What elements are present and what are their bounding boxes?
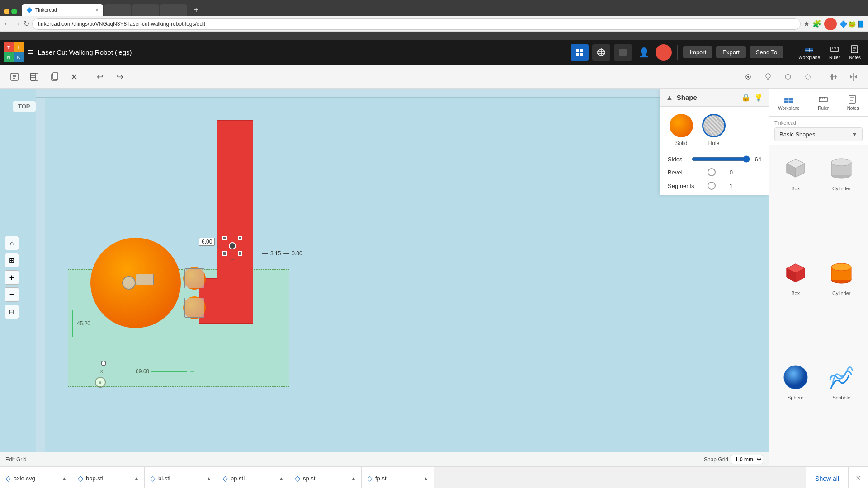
canvas-area[interactable]: TOP ⌂ ⊞ + − ⊟ (0, 89, 769, 466)
tinkercad-logo[interactable]: T I N K (4, 42, 24, 62)
group-btn[interactable] (739, 68, 757, 86)
selected-shape[interactable]: ↔ ↕ (224, 238, 241, 254)
file-arrow-5[interactable]: ▲ (351, 476, 356, 481)
shape-lock-icon[interactable]: 🔒 (741, 93, 750, 102)
file-icon-5: ◇ (295, 474, 300, 483)
export-btn[interactable]: Export (716, 46, 746, 58)
shape-red-tall[interactable] (217, 120, 253, 324)
ext-icon-2[interactable]: 🐸 (848, 20, 856, 28)
shape-panel-collapse[interactable]: ▲ (666, 94, 673, 102)
file-tab-4[interactable]: ◇ bp.stl ▲ (217, 467, 289, 488)
nav-cube-btn[interactable]: ⊟ (5, 305, 19, 319)
show-all-btn[interactable]: Show all (806, 467, 848, 488)
shape-hole-rect-2[interactable] (184, 268, 204, 288)
svg-point-37 (806, 75, 810, 79)
home-view-btn[interactable]: ⌂ (5, 236, 19, 250)
fit-view-btn[interactable]: ⊞ (5, 253, 19, 267)
delete-btn[interactable] (65, 68, 83, 86)
shape-lock-btn[interactable]: ⬡ (779, 68, 797, 86)
tab-inactive-3[interactable] (160, 4, 187, 16)
tab-active[interactable]: 🔷 Tinkercad × (22, 4, 103, 16)
drag-point[interactable] (101, 361, 106, 366)
tab-inactive[interactable] (104, 4, 131, 16)
solid-circle (670, 114, 693, 137)
file-arrow-1[interactable]: ▲ (62, 476, 66, 481)
file-tab-5[interactable]: ◇ sp.stl ▲ (289, 467, 362, 488)
shape-sphere-blue[interactable]: Sphere (774, 360, 817, 461)
new-tab-btn[interactable]: + (190, 4, 203, 16)
tab-inactive-2[interactable] (132, 4, 159, 16)
import-btn[interactable]: Import (683, 46, 712, 58)
edit-grid-btn[interactable]: Edit Grid (5, 456, 27, 463)
file-tab-1[interactable]: ◇ axle.svg ▲ (0, 467, 72, 488)
menu-btn[interactable]: ≡ (28, 47, 33, 57)
file-arrow-3[interactable]: ▲ (207, 476, 211, 481)
shape-cylinder-orange[interactable]: Cylinder (821, 255, 863, 357)
send-to-btn[interactable]: Send To (750, 46, 783, 58)
browser-minimize[interactable] (4, 9, 9, 14)
ruler-btn[interactable]: Ruler (826, 42, 844, 62)
address-bar[interactable]: tinkercad.com/things/boVNGaqN3Y8-laser-c… (32, 18, 801, 30)
undo-btn[interactable]: ↩ (91, 68, 109, 86)
basic-shapes-dropdown[interactable]: Basic Shapes ▼ (774, 127, 863, 141)
segments-value: 1 (719, 183, 733, 189)
lightbulb-btn[interactable] (759, 68, 777, 86)
ext-icon-1[interactable]: 🔷 (840, 20, 847, 28)
ext-icon-3[interactable]: 📘 (857, 20, 864, 28)
back-btn[interactable]: ← (4, 20, 11, 28)
shape-hole-circle-inner[interactable] (122, 276, 136, 290)
account-btn[interactable]: 👤 (636, 44, 652, 61)
new-btn[interactable] (25, 68, 43, 86)
sidebar-ruler-btn[interactable]: Ruler (814, 92, 832, 113)
shape-cylinder-gray[interactable]: Cylinder (821, 150, 863, 252)
annotate-btn[interactable] (5, 68, 24, 86)
redo-btn[interactable]: ↪ (111, 68, 129, 86)
close-files-btn[interactable]: × (848, 467, 868, 488)
extensions-btn[interactable]: 🧩 (812, 19, 821, 28)
shape-box-red[interactable]: Box (774, 255, 817, 357)
dark-mode-btn[interactable] (614, 44, 632, 61)
bevel-circle-btn[interactable] (708, 168, 716, 176)
sides-row: Sides 64 (668, 155, 761, 163)
file-tab-2[interactable]: ◇ bop.stl ▲ (72, 467, 145, 488)
shape-hole-rect-3[interactable] (184, 298, 204, 318)
shape-scribble[interactable]: Scribble (821, 360, 863, 461)
tab-close-icon[interactable]: × (96, 7, 99, 13)
file-tab-3[interactable]: ◇ bl.stl ▲ (145, 467, 217, 488)
profile-avatar[interactable] (656, 44, 672, 61)
profile-btn[interactable] (824, 18, 837, 30)
forward-btn[interactable]: → (14, 20, 21, 28)
canvas-bottom-bar: Edit Grid Snap Grid 1.0 mm 0.5 mm 0.1 mm (0, 452, 769, 466)
file-tab-6[interactable]: ◇ fp.stl ▲ (362, 467, 434, 488)
ungroup-btn[interactable] (799, 68, 817, 86)
file-arrow-2[interactable]: ▲ (134, 476, 139, 481)
project-title: Laser Cut Walking Robot (legs) (38, 48, 571, 56)
shape-hole-rect-1[interactable] (136, 274, 154, 285)
snap-grid-select[interactable]: 1.0 mm 0.5 mm 0.1 mm (731, 455, 763, 464)
mirror-btn[interactable] (844, 68, 863, 86)
zoom-out-btn[interactable]: − (5, 287, 19, 302)
hole-label: Hole (708, 140, 720, 146)
file-arrow-4[interactable]: ▲ (279, 476, 283, 481)
sidebar-workplane-btn[interactable]: Workplane (774, 92, 803, 113)
file-name-4: bp.stl (231, 475, 276, 482)
sidebar-notes-btn[interactable]: Notes (844, 92, 863, 113)
shape-bulb-icon[interactable]: 💡 (754, 93, 763, 102)
browser-maximize[interactable] (11, 9, 17, 14)
3d-view-btn[interactable] (592, 44, 610, 61)
shape-box-gray[interactable]: Box (774, 150, 817, 252)
zoom-in-btn[interactable]: + (5, 270, 19, 285)
workplane-btn[interactable]: Workplane (795, 42, 824, 62)
solid-option[interactable]: Solid (670, 114, 693, 146)
file-arrow-6[interactable]: ▲ (424, 476, 428, 481)
copy-btn[interactable] (45, 68, 63, 86)
sides-slider[interactable] (692, 155, 750, 163)
notes-btn[interactable]: Notes (845, 42, 864, 62)
hole-option[interactable]: Hole (702, 114, 726, 146)
reload-btn[interactable]: ↻ (24, 19, 29, 28)
align-btn[interactable] (825, 68, 843, 86)
files-bar: ◇ axle.svg ▲ ◇ bop.stl ▲ ◇ bl.stl ▲ ◇ bp… (0, 466, 868, 488)
segments-circle-btn[interactable] (708, 182, 716, 190)
grid-view-btn[interactable] (571, 44, 589, 61)
bookmark-btn[interactable]: ★ (803, 19, 810, 28)
